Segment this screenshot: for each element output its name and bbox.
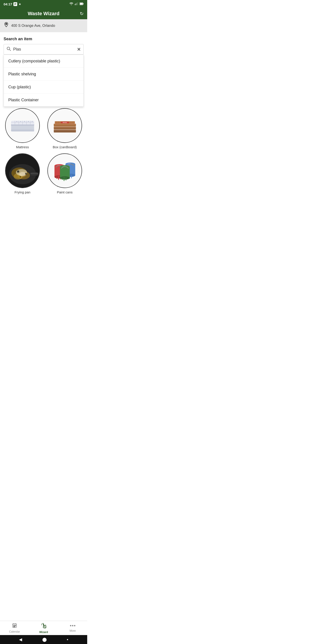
search-container: ✕ Cutlery (compostable plastic) Plastic … [4, 44, 84, 54]
pan-image [6, 154, 39, 188]
pan-circle [5, 154, 40, 188]
paint-circle [48, 154, 82, 188]
svg-rect-67 [71, 175, 72, 178]
wifi-icon [69, 2, 73, 6]
svg-point-52 [25, 173, 27, 175]
app-header: Waste Wizard ↻ [0, 8, 87, 19]
grid-item-cardboard[interactable]: FRAGILE Box (cardboard) [46, 108, 84, 149]
svg-point-53 [20, 176, 21, 178]
paint-label: Paint cans [57, 190, 72, 194]
svg-rect-31 [54, 124, 76, 124]
svg-point-68 [67, 163, 71, 164]
svg-rect-55 [30, 173, 38, 174]
search-dropdown: Cutlery (compostable plastic) Plastic sh… [4, 54, 84, 107]
mattress-circle [5, 108, 40, 143]
dropdown-item-cutlery[interactable]: Cutlery (compostable plastic) [4, 55, 84, 68]
cardboard-label: Box (cardboard) [53, 145, 77, 149]
svg-rect-24 [11, 124, 34, 126]
location-bar[interactable]: 400 S Orange Ave, Orlando [0, 19, 87, 32]
dropdown-item-cup[interactable]: Cup (plastic) [4, 81, 84, 94]
svg-point-23 [32, 121, 32, 122]
mattress-image [9, 118, 36, 134]
svg-point-9 [7, 47, 10, 50]
location-icon [4, 22, 9, 30]
svg-rect-2 [76, 3, 76, 5]
svg-rect-6 [83, 3, 84, 4]
svg-point-75 [62, 166, 65, 166]
svg-point-51 [17, 170, 19, 173]
search-box: ✕ [4, 44, 84, 54]
svg-point-71 [60, 176, 70, 180]
svg-rect-73 [66, 177, 66, 181]
svg-line-10 [10, 50, 11, 51]
grid-item-pan[interactable]: Frying pan [4, 154, 41, 194]
cardboard-image: FRAGILE [52, 116, 78, 136]
svg-rect-1 [75, 4, 75, 5]
battery-icon [80, 2, 84, 6]
location-address: 400 S Orange Ave, Orlando [11, 24, 55, 28]
signal-icon [75, 2, 78, 6]
svg-text:FRAGILE: FRAGILE [62, 122, 67, 123]
svg-rect-3 [76, 3, 77, 5]
parking-icon: P [14, 2, 17, 6]
paint-image [52, 160, 78, 182]
search-section: Search an item ✕ Cutlery (compostable pl… [0, 32, 87, 54]
search-icon [6, 46, 11, 52]
star-icon: ★ [18, 2, 21, 6]
status-time: 04:17 [4, 2, 12, 6]
grid-item-mattress[interactable]: Mattress [4, 108, 41, 149]
clear-search-button[interactable]: ✕ [77, 47, 81, 52]
mattress-label: Mattress [16, 145, 29, 149]
svg-rect-74 [62, 178, 62, 180]
app-title: Waste Wizard [28, 11, 60, 16]
svg-point-50 [19, 172, 26, 176]
svg-rect-27 [54, 130, 76, 130]
svg-rect-72 [64, 177, 64, 181]
svg-rect-61 [56, 176, 57, 179]
svg-point-8 [6, 23, 7, 24]
dropdown-item-plastic-container[interactable]: Plastic Container [4, 94, 84, 106]
grid-item-paint[interactable]: Paint cans [46, 154, 84, 194]
refresh-button[interactable]: ↻ [80, 11, 84, 16]
cardboard-circle: FRAGILE [48, 108, 82, 143]
svg-point-62 [56, 164, 60, 166]
svg-rect-59 [58, 176, 59, 180]
pan-label: Frying pan [14, 190, 30, 194]
svg-point-19 [16, 121, 17, 122]
svg-rect-7 [80, 3, 83, 4]
status-bar: 04:17 P ★ [0, 0, 87, 8]
svg-rect-4 [77, 2, 78, 5]
dropdown-item-plastic-shelving[interactable]: Plastic shelving [4, 68, 84, 81]
svg-rect-29 [54, 126, 76, 128]
svg-point-20 [20, 121, 21, 122]
svg-point-0 [71, 5, 72, 5]
search-input[interactable] [13, 47, 75, 52]
svg-point-21 [24, 121, 24, 122]
svg-rect-25 [11, 130, 34, 132]
svg-point-22 [28, 121, 28, 122]
search-label: Search an item [4, 37, 84, 41]
